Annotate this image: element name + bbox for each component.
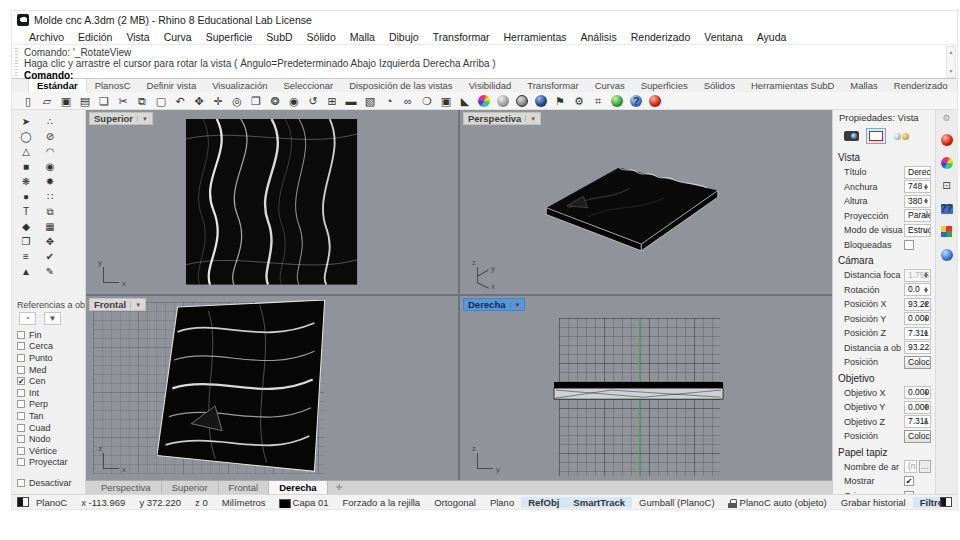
- menu-ayuda[interactable]: Ayuda: [750, 31, 794, 43]
- status-ortho[interactable]: Ortogonal: [427, 497, 483, 508]
- command-prompt[interactable]: Comando:: [24, 70, 943, 81]
- lightbulb-icon[interactable]: ❍: [419, 93, 435, 109]
- panel-tab-notifications-icon[interactable]: [940, 248, 954, 261]
- ellipse-tool-icon[interactable]: ⊘: [40, 130, 60, 143]
- add-viewport-tab-button[interactable]: ✛: [328, 481, 351, 494]
- panel-tab-layers-icon[interactable]: [940, 156, 954, 169]
- field-posicion-x[interactable]: 93.223: [904, 298, 931, 311]
- command-grip[interactable]: [15, 48, 18, 76]
- text-tool-icon[interactable]: T: [16, 205, 36, 218]
- viewport-label-perspectiva[interactable]: Perspectiva▼: [463, 112, 541, 125]
- menu-dibujo[interactable]: Dibujo: [382, 31, 426, 43]
- viewport-label-frontal[interactable]: Frontal▼: [89, 298, 146, 311]
- color-wheel-icon[interactable]: [476, 93, 492, 109]
- print-icon[interactable]: ▤: [77, 93, 93, 109]
- mold-side-view[interactable]: [553, 381, 724, 401]
- chevron-down-icon[interactable]: ▼: [137, 116, 148, 122]
- field-objetivo-x[interactable]: 0.000: [904, 386, 931, 399]
- menu-vista[interactable]: Vista: [119, 31, 156, 43]
- checkbox-mostrar[interactable]: ✔: [904, 476, 914, 486]
- solid-tool-icon[interactable]: ◆: [16, 220, 36, 233]
- properties-camera-icon[interactable]: [841, 128, 861, 144]
- osnap-checkbox[interactable]: [17, 366, 25, 374]
- viewport-tab-perspectiva[interactable]: Perspectiva: [91, 481, 162, 494]
- scroll-down-icon[interactable]: ▼: [949, 66, 954, 77]
- osnap-nodo[interactable]: Nodo: [17, 433, 85, 445]
- undo-icon[interactable]: ↶: [172, 93, 188, 109]
- osnap-tan[interactable]: Tan: [17, 410, 85, 422]
- join-tool-icon[interactable]: ⧉: [40, 205, 60, 218]
- field-anchura[interactable]: 748: [904, 180, 931, 193]
- zoom-selected-icon[interactable]: ◉: [286, 93, 302, 109]
- rotate-view-icon[interactable]: ↺: [305, 93, 321, 109]
- lock-icon[interactable]: ▣: [438, 93, 454, 109]
- paw-tool-icon[interactable]: ❋: [16, 175, 36, 188]
- menu-ventana[interactable]: Ventana: [697, 31, 750, 43]
- field-titulo[interactable]: Derecha: [904, 166, 931, 179]
- viewport-label-derecha[interactable]: Derecha▼: [463, 298, 525, 311]
- shaded-sphere-icon[interactable]: [495, 93, 511, 109]
- osnap-fin[interactable]: Fin: [17, 329, 85, 341]
- menu-curva[interactable]: Curva: [157, 31, 199, 43]
- viewport-superior[interactable]: Superior▼: [86, 110, 458, 294]
- status-smarttrack[interactable]: SmartTrack: [566, 497, 632, 508]
- chevron-down-icon[interactable]: ▼: [525, 116, 536, 122]
- viewport-derecha[interactable]: Derecha▼ z y: [460, 296, 832, 480]
- osnap-checkbox[interactable]: [17, 424, 25, 432]
- command-scrollbar[interactable]: ▲ ▼: [946, 46, 956, 78]
- mold-top-view[interactable]: [186, 119, 357, 285]
- boolean-tool-icon[interactable]: ●: [16, 190, 36, 203]
- field-proyeccion[interactable]: Paralela: [904, 209, 931, 222]
- history-icon[interactable]: ◔: [381, 93, 397, 109]
- mold-front-view[interactable]: [157, 300, 328, 477]
- cone-tool-icon[interactable]: ▲: [16, 265, 36, 278]
- chevron-down-icon[interactable]: ▼: [130, 302, 141, 308]
- viewport-tab-superior[interactable]: Superior: [162, 481, 219, 494]
- button-colocar-objetivo[interactable]: Colocar...: [904, 430, 931, 443]
- open-file-icon[interactable]: ▱: [39, 93, 55, 109]
- status-grid-snap[interactable]: Forzado a la rejilla: [336, 497, 428, 508]
- osnap-checkbox[interactable]: [17, 435, 25, 443]
- box-tool-icon[interactable]: ■: [16, 160, 36, 173]
- panel-gear-icon[interactable]: ⚙: [942, 113, 950, 123]
- rendered-sphere-icon[interactable]: [533, 93, 549, 109]
- osnap-checkbox[interactable]: [17, 354, 25, 362]
- circle-tool-icon[interactable]: ◯: [16, 130, 36, 143]
- render-icon[interactable]: [609, 93, 625, 109]
- osnap-checkbox[interactable]: [17, 400, 25, 408]
- field-nombre-archivo[interactable]: (ninguno: [904, 460, 917, 473]
- status-osnap-toggle[interactable]: RefObj: [521, 497, 566, 508]
- menu-edicion[interactable]: Edición: [71, 31, 119, 43]
- wireframe-sphere-icon[interactable]: [514, 93, 530, 109]
- viewport-tab-frontal[interactable]: Frontal: [219, 481, 270, 494]
- coord-x[interactable]: x -113.969: [74, 497, 132, 508]
- chevron-down-icon[interactable]: ▼: [510, 302, 521, 308]
- move-icon[interactable]: ✛: [210, 93, 226, 109]
- status-cplane-auto[interactable]: PlanoC auto (objeto): [722, 497, 834, 508]
- gizmo-tool-icon[interactable]: ✥: [40, 235, 60, 248]
- properties-light-icon[interactable]: [891, 128, 911, 144]
- status-planoc[interactable]: PlanoC: [29, 497, 74, 508]
- status-planar[interactable]: Plano: [483, 497, 521, 508]
- panel-tab-help-icon[interactable]: ??: [940, 202, 954, 215]
- viewport-perspectiva[interactable]: Perspectiva▼ z: [460, 110, 832, 294]
- tab-dibujo[interactable]: Dibujo: [956, 79, 960, 92]
- sphere-tool-icon[interactable]: ◉: [40, 160, 60, 173]
- copy-tool-icon[interactable]: ❐: [16, 235, 36, 248]
- rhino-render-icon[interactable]: [647, 93, 663, 109]
- field-objetivo-y[interactable]: 0.000: [904, 401, 931, 414]
- new-file-icon[interactable]: ▯: [20, 93, 36, 109]
- osnap-punto[interactable]: Punto: [17, 352, 85, 364]
- copy-icon[interactable]: ⧉: [134, 93, 150, 109]
- zoom-icon[interactable]: ◎: [229, 93, 245, 109]
- menu-malla[interactable]: Malla: [343, 31, 382, 43]
- checkbox-bloqueadas[interactable]: [904, 240, 914, 250]
- field-posicion-y[interactable]: 0.000: [904, 312, 931, 325]
- properties-viewport-icon[interactable]: [866, 128, 886, 144]
- osnap-cerca[interactable]: Cerca: [17, 341, 85, 353]
- menu-superficie[interactable]: Superficie: [199, 31, 260, 43]
- export-icon[interactable]: ❏: [96, 93, 112, 109]
- shaded-mode-icon[interactable]: ◣: [457, 93, 473, 109]
- osnap-checkbox[interactable]: [17, 479, 25, 487]
- pane-toggle-left-icon[interactable]: [17, 497, 29, 507]
